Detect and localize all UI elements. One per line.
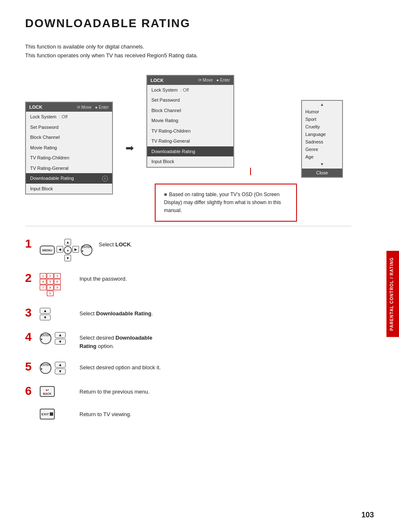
dropdown-arrow-up-icon: ▲ [302,101,342,108]
step-exit: EXIT Return to TV viewing. [25,409,351,419]
right-menu-item-locksystem: Lock System : Off [147,85,233,95]
side-tab: PARENTAL CONTROL / RATING [386,251,399,337]
step-6-icons: ↩ BACK [40,386,73,397]
step-4-icons: ENTER● ▲ ▼ [40,332,73,345]
dropdown-item-age[interactable]: Age [302,153,342,161]
left-menu-item-downloadable[interactable]: Downloadable Rating ● [26,173,112,184]
left-tv-menu: LOCK ⟳ Move ● Enter Lock System : Off Se… [25,102,113,194]
step-3-icons: ▲ ▼ [40,308,73,320]
step-1-text: Select LOCK. [99,239,132,249]
step-6-number: 6 [25,385,33,397]
down-btn-icon[interactable]: ▼ [40,315,51,320]
right-menu-item-blockchannel: Block Channel [147,105,233,116]
step-exit-text: Return to TV viewing. [79,409,131,419]
dropdown-item-language[interactable]: Language [302,130,342,138]
step-2-icons: 1 2 3 4 5 6 7 8 9 0 [40,273,73,296]
dropdown-item-sadness[interactable]: Sadness [302,138,342,146]
left-menu-item-locksystem: Lock System : Off [26,112,112,122]
step-exit-icons: EXIT [40,409,73,419]
up-btn-5-icon[interactable]: ▲ [55,362,66,368]
page-number: 103 [361,511,374,519]
right-panel: LOCK ⟳ Move ● Enter Lock System : Off Se… [146,75,297,222]
nav-up-icon[interactable]: ▲ [64,239,71,246]
up-btn-icon[interactable]: ▲ [40,308,51,314]
step-2-text: Input the password. [79,273,127,283]
dropdown-item-genre[interactable]: Genre [302,146,342,153]
enter-button-4-icon[interactable]: ENTER● [40,332,51,344]
step-3-text: Select Downloadable Rating. [79,308,153,318]
step-6-text: Return to the previous menu. [79,386,150,396]
numpad-icon: 1 2 3 4 5 6 7 8 9 0 [40,273,61,296]
dropdown-arrow-down-icon: ▼ [302,161,342,168]
exit-button-icon[interactable]: EXIT [40,409,55,419]
step-2-number: 2 [25,272,33,284]
ud-nav-5-icon: ▲ ▼ [55,362,66,374]
right-menu-item-tvrating-general: TV Rating-General [147,136,233,146]
nav-center-icon[interactable]: ● [64,246,72,254]
page-title: DOWNLOADABLE RATING [25,17,351,30]
step-1-icons: MENU ▲ ◀ ● ▶ ▼ ENTER● [40,239,92,261]
up-btn-4-icon[interactable]: ▲ [55,332,66,338]
down-btn-4-icon[interactable]: ▼ [55,339,66,345]
description-line2: This function operates only when TV has … [25,51,351,60]
right-menu-header: LOCK ⟳ Move ● Enter [147,76,233,85]
step-5-text: Select desired option and block it. [79,362,161,372]
right-menu-item-tvrating-children: TV Rating-Children [147,126,233,136]
step-5: 5 ENTER● ▲ ▼ Select desired option and b… [25,362,351,374]
nav-down-icon[interactable]: ▼ [64,255,71,261]
step-6: 6 ↩ BACK Return to the previous menu. [25,386,351,397]
description: This function is available only for digi… [25,43,351,60]
step-3: 3 ▲ ▼ Select Downloadable Rating. [25,308,351,320]
step-2: 2 1 2 3 4 5 6 7 8 9 0 Input the password… [25,273,351,296]
left-menu-item-setpassword: Set Password [26,122,112,133]
left-menu-item-blockchannel: Block Channel [26,132,112,143]
left-menu-header: LOCK ⟳ Move ● Enter [26,102,112,112]
left-menu-item-tvrating-children: TV Rating-Children [26,153,112,163]
step-1-number: 1 [25,238,33,250]
dropdown-item-cruelty[interactable]: Cruelty [302,123,342,130]
step-3-number: 3 [25,307,33,319]
dropdown-close-button[interactable]: Close [302,169,342,177]
right-menu-with-dropdown: LOCK ⟳ Move ● Enter Lock System : Off Se… [146,75,297,168]
step-1: 1 MENU ▲ ◀ ● ▶ ▼ ENTER● [25,239,351,261]
left-menu-item-movierating: Movie Rating [26,143,112,153]
right-menu-item-inputblock: Input Block [147,156,233,167]
left-menu-item-inputblock: Input Block [26,184,112,194]
enter-circle-icon: ● [102,176,108,182]
note-box: ■Based on rating table, your TV's OSD (O… [155,184,297,222]
steps-section: 1 MENU ▲ ◀ ● ▶ ▼ ENTER● [25,226,351,419]
step-5-number: 5 [25,361,33,373]
note-bullet-icon: ■ [164,192,167,197]
right-menu-item-movierating: Movie Rating [147,115,233,126]
ud-nav-icon: ▲ ▼ [40,308,51,320]
connector-line [250,168,251,175]
dropdown-panel: ▲ Humor Sport Cruelty Language Sadness G… [301,100,343,178]
nav-right-icon[interactable]: ▶ [72,246,79,253]
main-content: DOWNLOADABLE RATING This function is ava… [0,0,376,448]
description-line1: This function is available only for digi… [25,43,351,51]
nav-left-icon[interactable]: ◀ [56,246,63,253]
step-4-text: Select desired DownloadableRating option… [79,332,152,350]
back-button-icon[interactable]: ↩ BACK [40,386,55,397]
step-4-number: 4 [25,331,33,343]
right-tv-menu: LOCK ⟳ Move ● Enter Lock System : Off Se… [146,75,234,168]
screenshots-area: LOCK ⟳ Move ● Enter Lock System : Off Se… [25,75,351,222]
right-menu-item-setpassword: Set Password [147,95,233,105]
dropdown-item-humor[interactable]: Humor [302,108,342,115]
ud-nav-4-icon: ▲ ▼ [55,332,66,345]
dropdown-item-sport[interactable]: Sport [302,115,342,123]
right-menu-item-downloadable[interactable]: Downloadable Rating [147,146,233,157]
enter-button-icon[interactable]: ENTER● [81,244,92,256]
step-5-icons: ENTER● ▲ ▼ [40,362,73,374]
menu-button-icon[interactable]: MENU [40,246,55,255]
arrow-right-icon: ➡ [125,142,134,154]
down-btn-5-icon[interactable]: ▼ [55,368,66,374]
enter-button-5-icon[interactable]: ENTER● [40,362,51,374]
left-menu-item-tvrating-general: TV Rating-General [26,163,112,174]
step-4: 4 ENTER● ▲ ▼ Select desired Downloadable… [25,332,351,350]
